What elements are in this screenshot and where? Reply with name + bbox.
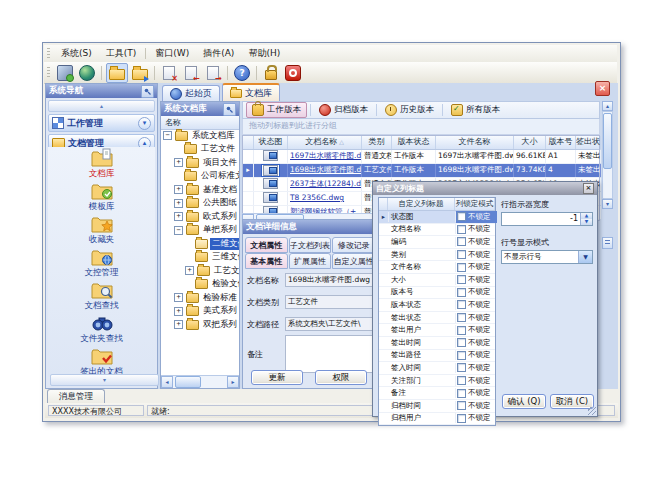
document-link[interactable]: 1697出水嘴零件图.dwg <box>290 151 362 160</box>
scrollbar-thumb[interactable] <box>175 376 201 388</box>
remark-field[interactable] <box>285 335 374 373</box>
dialog-row-14[interactable]: 备注不锁定 <box>379 387 495 400</box>
document-link[interactable]: 1698出水嘴零件图.dwg <box>290 165 362 174</box>
dialog-row-15[interactable]: 归档时间不锁定 <box>379 400 495 413</box>
column-header-0[interactable]: 状态图 <box>254 136 288 149</box>
dialog-row-4[interactable]: 文件名称不锁定 <box>379 261 495 274</box>
sidebar-group-work[interactable]: 工作管理 ▾ <box>48 114 155 132</box>
sidebar-scroll-down[interactable]: ▾ <box>50 374 159 386</box>
sidebar-item-0[interactable]: 文档库 <box>48 147 155 180</box>
menu-item-1[interactable]: 工具(T) <box>99 46 144 61</box>
dialog-row-0[interactable]: ▸状态图不锁定 <box>379 211 495 224</box>
column-header-4[interactable]: 文件名称 <box>436 136 514 149</box>
dialog-row-5[interactable]: 大小不锁定 <box>379 274 495 287</box>
row-number-mode-select[interactable]: 不显示行号 ▼ <box>501 250 593 264</box>
menu-item-4[interactable]: 帮助(H) <box>241 46 287 61</box>
tree-node-6[interactable]: +欧式系列 <box>161 210 239 224</box>
doc-checkout-button[interactable] <box>203 64 223 82</box>
scrollbar-thumb[interactable] <box>603 113 612 169</box>
lock-checkbox[interactable] <box>457 351 466 360</box>
chevron-down-icon[interactable]: ▾ <box>138 117 151 130</box>
tree-horizontal-scrollbar[interactable]: ◂ ▸ <box>161 375 239 388</box>
dialog-row-13[interactable]: 关注部门不锁定 <box>379 375 495 388</box>
menu-item-0[interactable]: 系统(S) <box>54 46 99 61</box>
expand-icon[interactable]: + <box>185 266 194 275</box>
collapse-icon[interactable]: − <box>163 131 172 140</box>
expand-icon[interactable]: + <box>174 185 183 194</box>
detail-tab-tabs_row1-2[interactable]: 修改记录 <box>332 237 375 253</box>
detail-tab-tabs_row2-1[interactable]: 扩展属性 <box>289 253 332 269</box>
exit-button[interactable] <box>283 64 303 82</box>
dialog-row-3[interactable]: 类别不锁定 <box>379 249 495 262</box>
lock-checkbox[interactable] <box>457 313 466 322</box>
column-header-6[interactable]: 版本号 <box>546 136 576 149</box>
tree-node-0[interactable]: −系统文档库 <box>161 129 239 143</box>
doc-name-field[interactable]: 1698出水嘴零件图.dwg <box>285 273 374 287</box>
tree-node-12[interactable]: +检验标准 <box>161 291 239 305</box>
sidebar-item-3[interactable]: 文控管理 <box>48 246 155 279</box>
doc-category-field[interactable]: 工艺文件 <box>285 295 374 309</box>
pin-icon[interactable] <box>141 85 154 98</box>
sidebar-item-4[interactable]: 文档查找 <box>48 279 155 312</box>
version-button-3[interactable]: 所有版本 <box>446 103 505 117</box>
expand-icon[interactable]: + <box>174 307 183 316</box>
monitor-status-button[interactable] <box>55 64 75 82</box>
tree-node-13[interactable]: +美式系列 <box>161 305 239 319</box>
dialog-row-1[interactable]: 文档名称不锁定 <box>379 224 495 237</box>
spinner-value[interactable]: -1 <box>570 214 578 223</box>
sidebar-item-1[interactable]: 模板库 <box>48 180 155 213</box>
expand-icon[interactable]: + <box>174 293 183 302</box>
dialog-row-11[interactable]: 签出路径不锁定 <box>379 350 495 363</box>
scroll-left-icon[interactable]: ◂ <box>161 376 173 388</box>
tree-node-4[interactable]: +基准文档 <box>161 183 239 197</box>
lock-checkbox[interactable] <box>457 237 466 246</box>
scroll-right-icon[interactable]: ▸ <box>227 376 239 388</box>
tree-node-11[interactable]: 检验文件 <box>161 278 239 292</box>
expand-icon[interactable]: + <box>174 212 183 221</box>
lock-checkbox[interactable] <box>457 326 466 335</box>
lock-checkbox[interactable] <box>457 376 466 385</box>
sidebar-item-6[interactable]: 签出的文档 <box>48 345 155 377</box>
switch-library-button[interactable] <box>130 64 150 82</box>
menu-item-2[interactable]: 窗口(W) <box>148 46 196 61</box>
lock-checkbox[interactable] <box>457 275 466 284</box>
tree-node-1[interactable]: 工艺文件 <box>161 143 239 157</box>
dialog-row-10[interactable]: 签出时间不锁定 <box>379 337 495 350</box>
expand-icon[interactable]: + <box>174 158 183 167</box>
help-button[interactable] <box>232 64 252 82</box>
version-button-2[interactable]: 历史版本 <box>380 103 439 117</box>
detail-tab-tabs_row2-2[interactable]: 自定义属性 <box>332 253 375 269</box>
dialog-row-6[interactable]: 版本号不锁定 <box>379 287 495 300</box>
lock-checkbox[interactable] <box>457 250 466 259</box>
lock-checkbox[interactable] <box>457 300 466 309</box>
document-link[interactable]: T8 2356C.dwg <box>290 193 344 202</box>
dialog-row-9[interactable]: 签出用户不锁定 <box>379 324 495 337</box>
row-indicator-width-spinner[interactable]: -1 ▲ ▼ <box>501 212 593 226</box>
update-button[interactable]: 更新 <box>251 370 303 385</box>
confirm-button[interactable]: 确认 (Q) <box>502 394 546 409</box>
lock-checkbox[interactable] <box>457 363 466 372</box>
tree-node-3[interactable]: 公司标准文件 <box>161 170 239 184</box>
column-header-1[interactable]: 文档名称 △ <box>288 136 362 149</box>
tree-node-5[interactable]: +公共图纸 <box>161 197 239 211</box>
version-button-0[interactable]: 工作版本 <box>246 102 307 118</box>
sidebar-scroll-up[interactable]: ▴ <box>48 100 155 112</box>
doc-path-field[interactable]: 系统文档夹\工艺文件\ <box>285 317 374 331</box>
tree-column-header[interactable]: 名称 <box>161 116 239 130</box>
lock-button[interactable] <box>261 64 281 82</box>
column-header-2[interactable]: 类别 <box>362 136 392 149</box>
tree-node-8[interactable]: 二维文件 <box>161 237 239 251</box>
column-title-header[interactable]: 自定义列标题 <box>388 198 455 210</box>
open-library-button[interactable] <box>106 63 128 83</box>
permission-button[interactable]: 权限 <box>315 370 367 385</box>
lock-mode-header[interactable]: 列锁定模式 <box>455 198 495 210</box>
table-vertical-scrollbar[interactable]: ▴ ▾ <box>602 101 613 231</box>
tab-message-management[interactable]: 消息管理 <box>47 389 105 404</box>
column-header-7[interactable]: 签出状态 <box>576 136 601 149</box>
dialog-row-8[interactable]: 签出状态不锁定 <box>379 312 495 325</box>
tab-1[interactable]: 文档库 <box>222 83 280 101</box>
table-row-1[interactable]: ▸1698出水嘴零件图.dwg工艺文件工作版本1698出水嘴零件图.dwg73.… <box>243 164 599 178</box>
table-row-0[interactable]: 1697出水嘴零件图.dwg普通文档工作版本1697出水嘴零件图.dwg96.6… <box>243 150 599 164</box>
dialog-close-icon[interactable]: × <box>583 183 594 194</box>
scroll-up-icon[interactable]: ▴ <box>602 101 613 111</box>
